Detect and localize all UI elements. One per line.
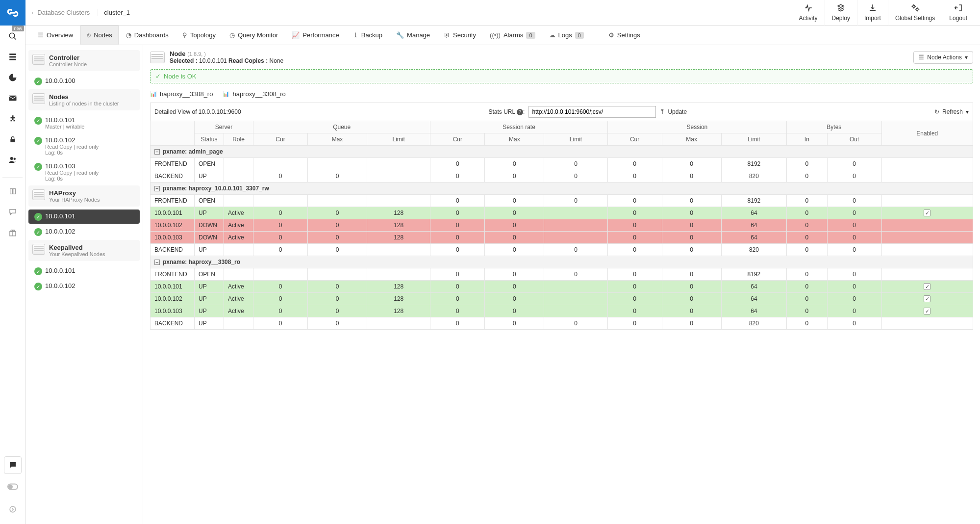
tab-logs[interactable]: ☁Logs0 bbox=[543, 26, 590, 45]
server-icon bbox=[32, 189, 45, 200]
tab-overview[interactable]: ☰Overview bbox=[31, 26, 79, 45]
import-icon bbox=[868, 3, 878, 15]
plugin-icon[interactable] bbox=[3, 109, 23, 129]
clusters-icon[interactable] bbox=[3, 47, 23, 67]
keepalived-group-title: Keepalived bbox=[49, 244, 105, 251]
th-q-cur[interactable]: Cur bbox=[253, 133, 308, 146]
toggle-icon[interactable] bbox=[3, 477, 23, 497]
nodes-group-title: Nodes bbox=[49, 93, 119, 101]
tab-query-monitor[interactable]: ◷Query Monitor bbox=[223, 26, 284, 45]
haproxy-node[interactable]: ✓ 10.0.0.102 bbox=[28, 225, 140, 239]
nodes-group: Nodes Listing of nodes in the cluster bbox=[28, 89, 140, 110]
th-queue[interactable]: Queue bbox=[253, 121, 430, 133]
th-session[interactable]: Session bbox=[607, 121, 786, 133]
deploy-label: Deploy bbox=[832, 15, 850, 22]
th-status[interactable]: Status bbox=[195, 133, 224, 146]
gift-icon[interactable] bbox=[3, 223, 23, 242]
enabled-checkbox[interactable] bbox=[924, 308, 930, 314]
stats-url-input[interactable] bbox=[528, 106, 656, 118]
deploy-button[interactable]: Deploy bbox=[825, 0, 857, 26]
th-q-limit[interactable]: Limit bbox=[367, 133, 430, 146]
table-row: 10.0.0.102UPActive0012800006400 bbox=[151, 293, 973, 305]
th-bytes-in[interactable]: In bbox=[787, 133, 827, 146]
chevron-down-icon: ▾ bbox=[965, 54, 968, 61]
table-row: BACKENDUP000000082000 bbox=[151, 244, 973, 256]
enabled-checkbox[interactable] bbox=[924, 283, 930, 290]
tab-dashboards[interactable]: ◔Dashboards bbox=[120, 26, 175, 45]
collapse-icon[interactable]: − bbox=[154, 260, 160, 265]
th-s-limit[interactable]: Limit bbox=[721, 133, 786, 146]
svg-rect-2 bbox=[9, 53, 16, 55]
deploy-icon bbox=[836, 3, 846, 15]
status-ok-icon: ✓ bbox=[34, 228, 42, 236]
th-s-cur[interactable]: Cur bbox=[607, 133, 662, 146]
th-s-max[interactable]: Max bbox=[662, 133, 721, 146]
th-role[interactable]: Role bbox=[224, 133, 253, 146]
svg-rect-6 bbox=[10, 139, 15, 142]
th-session-rate[interactable]: Session rate bbox=[430, 121, 607, 133]
tab-security[interactable]: ⛨Security bbox=[437, 26, 482, 45]
controller-node[interactable]: ✓ 10.0.0.100 bbox=[28, 74, 140, 88]
db-node[interactable]: ✓ 10.0.0.102Read Copy | read onlyLag: 0s bbox=[28, 133, 140, 158]
db-node[interactable]: ✓ 10.0.0.101Master | writable bbox=[28, 113, 140, 132]
import-button[interactable]: Import bbox=[857, 0, 888, 26]
th-r-limit[interactable]: Limit bbox=[544, 133, 607, 146]
tab-settings[interactable]: ⚙Settings bbox=[602, 26, 647, 45]
enabled-checkbox[interactable] bbox=[924, 295, 930, 302]
th-enabled[interactable]: Enabled bbox=[881, 121, 973, 146]
chat-button[interactable] bbox=[4, 456, 22, 474]
th-bytes[interactable]: Bytes bbox=[787, 121, 881, 133]
tab-alarms[interactable]: ((•))Alarms0 bbox=[483, 26, 541, 45]
refresh-icon: ↻ bbox=[934, 108, 939, 115]
expand-icon[interactable] bbox=[3, 499, 23, 519]
activity-label: Activity bbox=[799, 15, 818, 22]
selected-label: Selected : bbox=[170, 57, 198, 64]
tab-performance[interactable]: 📈Performance bbox=[285, 26, 345, 45]
table-row: 10.0.0.103DOWNActive0012800006400 bbox=[151, 232, 973, 244]
haproxy-node[interactable]: ✓ 10.0.0.101 bbox=[28, 210, 140, 224]
speech-icon[interactable] bbox=[3, 202, 23, 222]
th-q-max[interactable]: Max bbox=[307, 133, 367, 146]
th-r-max[interactable]: Max bbox=[485, 133, 544, 146]
breadcrumb-root[interactable]: Database Clusters bbox=[37, 9, 90, 16]
node-actions-button[interactable]: ☰ Node Actions ▾ bbox=[913, 51, 973, 64]
table-section-header[interactable]: −pxname: haproxy__3308_ro bbox=[151, 256, 973, 268]
svg-point-11 bbox=[8, 485, 12, 488]
table-section-header[interactable]: −pxname: admin_page bbox=[151, 146, 973, 158]
th-bytes-out[interactable]: Out bbox=[827, 133, 881, 146]
tab-backup[interactable]: ⤓Backup bbox=[347, 26, 389, 45]
subtab-haproxy-b[interactable]: 📊haproxy__3308_ro bbox=[223, 90, 285, 98]
activity-button[interactable]: Activity bbox=[792, 0, 825, 26]
refresh-button[interactable]: ↻Refresh▾ bbox=[934, 108, 969, 115]
collapse-icon[interactable]: − bbox=[154, 186, 160, 191]
db-node[interactable]: ✓ 10.0.0.103Read Copy | read onlyLag: 0s bbox=[28, 159, 140, 184]
global-settings-button[interactable]: Global Settings bbox=[888, 0, 942, 26]
detail-panel: Node (1.8.9, ) Selected : 10.0.0.101 Rea… bbox=[143, 45, 980, 524]
update-button[interactable]: ⤒Update bbox=[660, 108, 687, 115]
table-section-header[interactable]: −pxname: haproxy_10.0.0.101_3307_rw bbox=[151, 183, 973, 195]
brand-logo[interactable] bbox=[0, 0, 25, 26]
tab-manage[interactable]: 🔧Manage bbox=[390, 26, 436, 45]
svg-point-8 bbox=[13, 158, 16, 160]
logout-label: Logout bbox=[949, 15, 967, 22]
keepalived-node[interactable]: ✓ 10.0.0.102 bbox=[28, 279, 140, 293]
rail-divider bbox=[2, 173, 23, 178]
help-icon[interactable]: ? bbox=[517, 109, 523, 115]
mail-icon[interactable] bbox=[3, 88, 23, 108]
tab-topology[interactable]: ⚲Topology bbox=[176, 26, 222, 45]
enabled-checkbox[interactable] bbox=[924, 210, 930, 216]
logout-button[interactable]: Logout bbox=[942, 0, 974, 26]
tab-nodes[interactable]: ⎋Nodes bbox=[80, 26, 119, 45]
chevron-left-icon[interactable]: ‹ bbox=[31, 9, 33, 16]
th-r-cur[interactable]: Cur bbox=[430, 133, 485, 146]
collapse-icon[interactable]: − bbox=[154, 149, 160, 155]
lock-icon[interactable] bbox=[3, 130, 23, 149]
list-icon: ☰ bbox=[919, 54, 924, 61]
subtab-haproxy-a[interactable]: 📊haproxy__3308_ro bbox=[150, 90, 213, 98]
table-row: FRONTENDOPEN00000819200 bbox=[151, 268, 973, 281]
th-server[interactable]: Server bbox=[195, 121, 253, 133]
users-icon[interactable] bbox=[3, 150, 23, 170]
book-icon[interactable] bbox=[3, 182, 23, 201]
keepalived-node[interactable]: ✓ 10.0.0.101 bbox=[28, 264, 140, 278]
reports-icon[interactable] bbox=[3, 68, 23, 87]
